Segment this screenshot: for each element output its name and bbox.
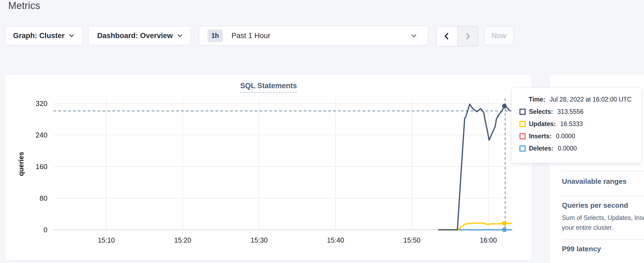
graph-dropdown[interactable]: Graph: Cluster: [5, 26, 82, 45]
time-range-selector[interactable]: 1h Past 1 Hour: [199, 26, 428, 45]
now-button[interactable]: Now: [484, 26, 514, 45]
chart-title[interactable]: SQL Statements: [240, 82, 297, 93]
tooltip-time-value: Jul 28, 2022 at 16:02:00 UTC: [550, 96, 631, 103]
time-range-pager: [437, 26, 478, 46]
dashboard-dropdown[interactable]: Dashboard: Overview: [89, 26, 191, 45]
tooltip-series-value: 313.5556: [557, 108, 583, 115]
series-swatch-icon: [519, 133, 526, 139]
tooltip-series-label: Updates:: [529, 120, 556, 128]
svg-text:15:20: 15:20: [174, 236, 191, 244]
divider: [562, 239, 644, 240]
tooltip-series-label: Deletes:: [529, 145, 553, 152]
chevron-left-icon: [443, 32, 451, 40]
tooltip-series-label: Inserts:: [529, 133, 552, 140]
graph-dropdown-label: Graph: Cluster: [13, 32, 65, 40]
chart-canvas[interactable]: 15:1015:2015:3015:4015:5016:000801602403…: [5, 75, 532, 261]
svg-text:80: 80: [40, 194, 47, 202]
series-swatch-icon: [519, 145, 526, 152]
tooltip-series-label: Selects:: [529, 108, 553, 115]
svg-text:15:30: 15:30: [251, 236, 268, 244]
tooltip-series-value: 0.0000: [558, 145, 577, 152]
tooltip-series-row: Deletes: 0.0000: [519, 145, 636, 152]
series-swatch-icon: [519, 109, 526, 115]
chart-tooltip: Time: Jul 28, 2022 at 16:02:00 UTC Selec…: [511, 88, 642, 163]
tooltip-series-row: Selects: 313.5556: [519, 108, 636, 115]
svg-text:240: 240: [36, 131, 47, 139]
time-range-label: Past 1 Hour: [231, 32, 270, 40]
page-title: Metrics: [8, 0, 40, 11]
prev-range-button[interactable]: [437, 26, 457, 46]
tooltip-time-label: Time:: [529, 96, 545, 103]
sidebar-section-title: Queries per second: [562, 201, 628, 210]
chevron-right-icon: [464, 32, 471, 40]
tooltip-time-row: Time: Jul 28, 2022 at 16:02:00 UTC: [529, 96, 636, 103]
dashboard-dropdown-label: Dashboard: Overview: [97, 32, 173, 40]
sidebar-section-description: your entire cluster.: [562, 224, 613, 231]
tooltip-series-row: Inserts: 0.0000: [519, 133, 636, 139]
svg-text:160: 160: [36, 163, 47, 171]
divider: [562, 171, 644, 172]
svg-text:15:40: 15:40: [327, 236, 344, 244]
tooltip-series-value: 16.5333: [560, 120, 583, 128]
tooltip-series-row: Updates: 16.5333: [519, 121, 636, 127]
svg-text:0: 0: [44, 226, 47, 234]
series-swatch-icon: [519, 121, 526, 127]
next-range-button[interactable]: [457, 26, 478, 46]
chevron-down-icon: [69, 34, 74, 37]
chevron-down-icon: [411, 34, 417, 38]
sql-statements-chart-card: SQL Statements 15:1015:2015:3015:4015:50…: [5, 74, 532, 260]
svg-text:16:00: 16:00: [480, 236, 497, 244]
chevron-down-icon: [177, 34, 182, 37]
sidebar-section-title: P99 latency: [562, 245, 601, 253]
tooltip-series-value: 0.0000: [556, 133, 575, 140]
svg-text:queries: queries: [17, 152, 25, 176]
svg-text:15:50: 15:50: [404, 236, 421, 244]
time-range-badge: 1h: [207, 29, 223, 42]
sidebar-section-description: Sum of Selects, Updates, Inserts: [562, 214, 644, 222]
svg-text:320: 320: [36, 99, 47, 108]
svg-text:15:10: 15:10: [98, 236, 115, 244]
sidebar-section-title: Unavailable ranges: [562, 177, 627, 186]
divider: [562, 195, 644, 196]
